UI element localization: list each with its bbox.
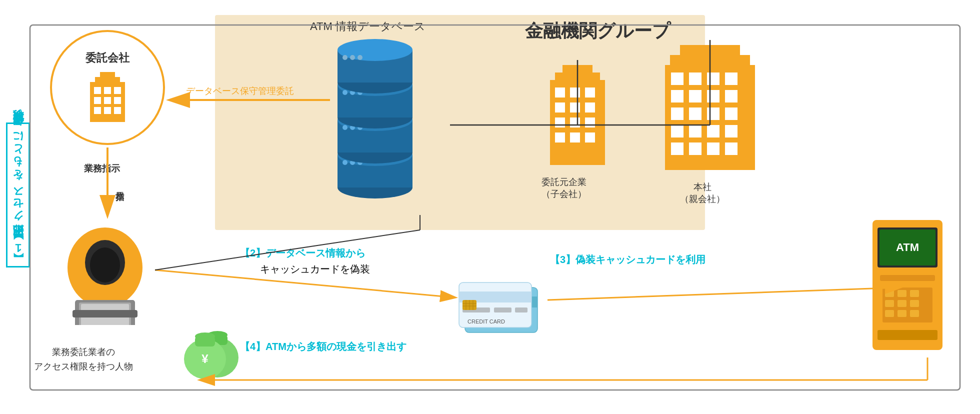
svg-rect-11 <box>100 72 115 78</box>
svg-rect-53 <box>689 72 702 85</box>
finance-group-label: 金融機関グループ <box>525 19 670 44</box>
svg-text:業務指示: 業務指示 <box>116 192 125 202</box>
svg-rect-68 <box>671 142 684 155</box>
atm-db-label: ATM 情報データベース <box>310 19 426 34</box>
svg-point-34 <box>350 55 355 60</box>
svg-rect-103 <box>910 290 919 297</box>
money-bags-icon: ¥ ¥ <box>180 325 250 380</box>
svg-rect-87 <box>515 308 528 312</box>
svg-rect-61 <box>689 108 702 120</box>
svg-rect-72 <box>670 55 750 66</box>
atm-machine-icon: ATM <box>868 215 948 355</box>
svg-rect-50 <box>562 65 592 74</box>
svg-text:ATM: ATM <box>896 241 919 254</box>
svg-point-76 <box>90 248 120 282</box>
beige-background <box>215 15 705 230</box>
svg-rect-2 <box>104 87 111 94</box>
svg-text:CREDIT CARD: CREDIT CARD <box>468 318 505 324</box>
svg-point-27 <box>342 90 348 95</box>
svg-rect-46 <box>555 132 565 142</box>
svg-rect-37 <box>555 88 565 98</box>
company-circle-label: 委託会社 <box>86 50 130 66</box>
svg-line-133 <box>548 288 900 300</box>
vertical-label-container: 【１】内部不正アクセスをもとに個人情報窃取 <box>9 40 27 350</box>
svg-rect-106 <box>910 300 919 307</box>
diagram-container: 【１】内部不正アクセスをもとに個人情報窃取 ATM 情報データベース 金融機関グ… <box>0 0 980 414</box>
svg-rect-64 <box>671 125 684 138</box>
svg-rect-5 <box>104 97 111 104</box>
svg-rect-66 <box>707 125 720 138</box>
svg-rect-71 <box>725 142 738 155</box>
svg-rect-56 <box>671 90 684 102</box>
svg-rect-73 <box>680 45 740 56</box>
step-2-label: 【2】データベース情報から キャッシュカードを偽装 <box>240 245 370 277</box>
svg-rect-39 <box>585 88 595 98</box>
svg-point-35 <box>358 55 362 60</box>
svg-point-32 <box>338 39 412 61</box>
svg-rect-107 <box>885 310 894 317</box>
main-company-building-icon <box>660 40 760 175</box>
svg-rect-44 <box>570 118 580 128</box>
svg-rect-86 <box>494 308 512 312</box>
svg-rect-52 <box>671 72 684 85</box>
svg-rect-65 <box>689 125 702 138</box>
svg-rect-9 <box>114 107 121 114</box>
svg-rect-8 <box>104 107 111 114</box>
svg-rect-109 <box>910 310 919 317</box>
svg-rect-108 <box>898 310 906 317</box>
svg-rect-6 <box>114 97 121 104</box>
hacker-figure-icon <box>60 215 150 325</box>
main-company-label: 本社 （親会社） <box>680 181 725 205</box>
svg-rect-48 <box>585 132 595 142</box>
svg-rect-7 <box>94 107 101 114</box>
credit-card-icon: CREDIT CARD <box>455 278 545 338</box>
svg-rect-63 <box>725 108 738 120</box>
svg-rect-4 <box>94 97 101 104</box>
svg-point-117 <box>195 332 215 340</box>
svg-rect-105 <box>898 300 906 307</box>
svg-rect-40 <box>555 102 565 112</box>
svg-text:¥: ¥ <box>202 352 208 366</box>
svg-point-15 <box>342 160 348 165</box>
svg-rect-1 <box>94 87 101 94</box>
atm-database-icon <box>330 35 420 205</box>
svg-rect-47 <box>570 132 580 142</box>
svg-rect-104 <box>885 300 894 307</box>
svg-rect-38 <box>570 88 580 98</box>
hacker-label: 業務委託業者の アクセス権限を持つ人物 <box>34 345 133 374</box>
business-instruction-label: 業務指示 <box>84 162 120 174</box>
company-circle: 委託会社 <box>50 30 165 145</box>
svg-rect-54 <box>707 72 720 85</box>
svg-rect-80 <box>72 310 138 318</box>
svg-rect-67 <box>725 125 738 138</box>
svg-rect-3 <box>114 87 121 94</box>
svg-rect-58 <box>707 90 720 102</box>
sub-company-label: 委託元企業 （子会社） <box>542 176 586 200</box>
svg-rect-99 <box>880 275 935 281</box>
svg-rect-69 <box>689 142 702 155</box>
svg-rect-60 <box>671 108 684 120</box>
svg-rect-102 <box>898 290 906 297</box>
svg-rect-43 <box>555 118 565 128</box>
svg-rect-55 <box>725 72 738 85</box>
sub-company-building-icon <box>545 60 610 170</box>
svg-point-33 <box>342 55 348 60</box>
svg-rect-70 <box>707 142 720 155</box>
svg-rect-42 <box>585 102 595 112</box>
company-building-icon <box>80 70 135 124</box>
vertical-label-text: 【１】内部不正アクセスをもとに個人情報窃取 <box>6 122 30 268</box>
svg-point-21 <box>342 125 348 130</box>
step-3-label: 【3】偽装キャッシュカードを利用 <box>550 253 706 266</box>
svg-rect-110 <box>878 330 938 340</box>
svg-rect-41 <box>570 102 580 112</box>
step-4-label: 【4】ATMから多額の現金を引き出す <box>240 340 406 354</box>
svg-rect-59 <box>725 90 738 102</box>
svg-rect-45 <box>585 118 595 128</box>
svg-rect-57 <box>689 90 702 102</box>
svg-rect-101 <box>885 290 894 297</box>
svg-rect-62 <box>707 108 720 120</box>
